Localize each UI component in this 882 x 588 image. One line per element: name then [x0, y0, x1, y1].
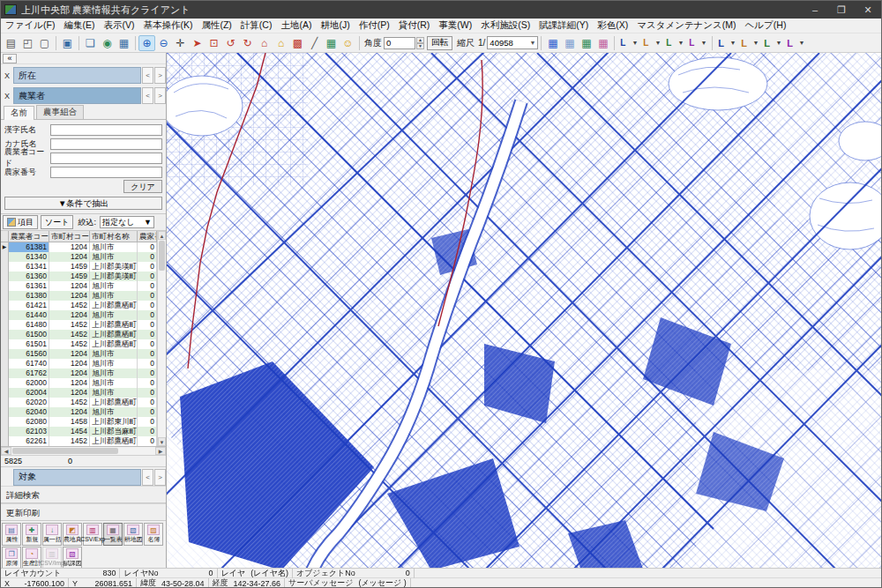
panel-location-close-icon[interactable]: X: [1, 71, 13, 80]
menu-item[interactable]: 編集(E): [59, 19, 99, 33]
print-preview-icon[interactable]: ◰: [19, 35, 36, 51]
menu-item[interactable]: ファイル(F): [1, 19, 59, 33]
menu-item[interactable]: ヘルプ(H): [741, 19, 791, 33]
action-button-属一括[interactable]: ↓属一括: [42, 523, 62, 546]
map-viewport[interactable]: [167, 53, 881, 570]
panel-farmer-close-icon[interactable]: X: [1, 92, 13, 100]
action-button-新規[interactable]: ✚新規: [22, 523, 41, 546]
table-row[interactable]: 620801458上川郡東川町0: [1, 417, 157, 427]
tab-名前[interactable]: 名前: [4, 106, 34, 120]
menu-item[interactable]: 貸付(R): [394, 19, 435, 33]
field-input-2[interactable]: [50, 153, 162, 164]
panel-target-title[interactable]: 対象: [13, 469, 141, 486]
maximize-button[interactable]: ❐: [828, 1, 855, 19]
monitor-icon[interactable]: ▦: [116, 35, 132, 51]
table-row[interactable]: 620041204旭川市0: [1, 388, 157, 398]
zoom-in-icon[interactable]: ⊕: [138, 35, 155, 51]
layers-icon[interactable]: ❏: [82, 35, 99, 51]
scroll-thumb[interactable]: [12, 448, 118, 454]
table-vertical-scrollbar[interactable]: ▲ ▼: [157, 231, 166, 446]
layer-style-4-icon[interactable]: L▼: [686, 35, 709, 51]
table-horizontal-scrollbar[interactable]: ◀ ▶: [1, 447, 166, 456]
panel-farmer-next-button[interactable]: >: [154, 87, 166, 104]
table-row[interactable]: 615001452上川郡鷹栖町0: [1, 330, 157, 339]
action-button-賦課図[interactable]: ▧賦課図: [63, 547, 82, 569]
select-arrow-icon[interactable]: ➤: [189, 35, 206, 51]
menu-item[interactable]: 彩色(X): [593, 19, 632, 33]
table-row[interactable]: 613611204旭川市0: [1, 281, 157, 291]
cadastral-map-svg[interactable]: [167, 53, 881, 570]
columns-button[interactable]: 項目: [3, 215, 38, 229]
menu-item[interactable]: 水利施設(S): [476, 19, 534, 33]
tab-農事組合[interactable]: 農事組合: [36, 105, 84, 119]
action-button-名簿[interactable]: ▨名簿: [144, 523, 163, 546]
scroll-up-icon[interactable]: ▲: [158, 231, 166, 240]
table-row[interactable]: ▶613811204旭川市0: [1, 242, 157, 252]
scroll-down-icon[interactable]: ▼: [158, 437, 166, 446]
table-row[interactable]: 613601459上川郡美瑛町0: [1, 272, 157, 281]
action-button-CSV/Exp[interactable]: ▥CSV/Exp: [83, 523, 102, 546]
home-yellow-icon[interactable]: ⌂: [273, 35, 289, 51]
scale-select[interactable]: 40958 ▼: [487, 36, 538, 49]
sort-button[interactable]: ソート: [41, 215, 73, 229]
label-style-3-icon[interactable]: L▼: [761, 35, 784, 51]
panel-location-next-button[interactable]: >: [154, 67, 166, 84]
action-button-属性[interactable]: ▤属性: [2, 523, 21, 546]
col-city-code[interactable]: 市町村コード: [49, 231, 90, 242]
section-update-print[interactable]: 更新印刷: [1, 503, 166, 521]
line-draw-icon[interactable]: ╱: [306, 35, 323, 51]
angle-input[interactable]: [384, 37, 415, 49]
action-button-耕地図[interactable]: ▧耕地図: [123, 523, 143, 546]
menu-item[interactable]: 土地(A): [276, 19, 316, 33]
menu-item[interactable]: 事業(W): [434, 19, 476, 33]
panel-target-prev-button[interactable]: <: [142, 469, 153, 486]
menu-item[interactable]: 賦課詳細(Y): [534, 19, 593, 33]
display-export-icon[interactable]: ▣: [59, 35, 76, 51]
grid-light-icon[interactable]: ▦: [561, 35, 578, 51]
globe-icon[interactable]: ◉: [99, 35, 116, 51]
menu-item[interactable]: 作付(P): [355, 19, 394, 33]
table-row[interactable]: 620201452上川郡鷹栖町0: [1, 398, 157, 407]
layer-style-2-icon[interactable]: L▼: [640, 35, 663, 51]
panel-farmer-prev-button[interactable]: <: [142, 87, 153, 104]
scroll-left-icon[interactable]: ◀: [1, 447, 11, 455]
layer-style-1-icon[interactable]: L▼: [617, 35, 640, 51]
col-farmer-code[interactable]: 農業者コード: [9, 231, 49, 242]
table-row[interactable]: 614801452上川郡鷹栖町0: [1, 320, 157, 330]
menu-item[interactable]: 表示(V): [99, 19, 138, 33]
menu-item[interactable]: 基本操作(K): [138, 19, 197, 33]
angle-spinner[interactable]: ▲▼: [416, 37, 424, 49]
field-input-3[interactable]: [50, 167, 162, 178]
panel-location-title[interactable]: 所在: [13, 67, 141, 84]
menu-item[interactable]: 耕地(J): [316, 19, 354, 33]
table-row[interactable]: 617621204旭川市0: [1, 368, 157, 378]
filter-select[interactable]: 指定なし ▼: [100, 216, 154, 228]
field-input-0[interactable]: [50, 124, 162, 136]
minimize-button[interactable]: –: [802, 1, 828, 19]
scroll-right-icon[interactable]: ▶: [155, 447, 166, 455]
table-row[interactable]: 622611452上川郡鷹栖町0: [1, 436, 157, 446]
grid-pink-icon[interactable]: ▦: [594, 35, 611, 51]
action-button-生産計[interactable]: ◔生産計: [22, 547, 41, 569]
action-button-原簿[interactable]: ❐原簿: [2, 547, 21, 569]
action-button-農地真[interactable]: ◩農地真: [63, 523, 82, 546]
panel-location-prev-button[interactable]: <: [142, 67, 153, 84]
menu-item[interactable]: 計算(C): [236, 19, 277, 33]
sidebar-collapse-button[interactable]: «: [3, 54, 17, 63]
table-row[interactable]: 613401204旭川市0: [1, 252, 157, 262]
table-row[interactable]: 613801204旭川市0: [1, 291, 157, 301]
box-select-icon[interactable]: ⊡: [206, 35, 222, 51]
table-row[interactable]: 615011452上川郡鷹栖町0: [1, 339, 157, 349]
menu-item[interactable]: 属性(Z): [197, 19, 235, 33]
color-table-icon[interactable]: ▦: [323, 35, 340, 51]
clear-button[interactable]: クリア: [123, 180, 162, 193]
label-style-2-icon[interactable]: L▼: [738, 35, 761, 51]
table-row[interactable]: 615601204旭川市0: [1, 349, 157, 359]
field-input-1[interactable]: [50, 138, 162, 150]
col-farm-number[interactable]: 農家番号: [138, 231, 157, 242]
action-button-一覧表[interactable]: ▦一覧表: [103, 523, 123, 546]
table-row[interactable]: 613411459上川郡美瑛町0: [1, 262, 157, 272]
rotate-cw-icon[interactable]: ↻: [239, 35, 256, 51]
grid-green-icon[interactable]: ▦: [578, 35, 594, 51]
menu-item[interactable]: マスタメンテナンス(M): [632, 19, 740, 33]
